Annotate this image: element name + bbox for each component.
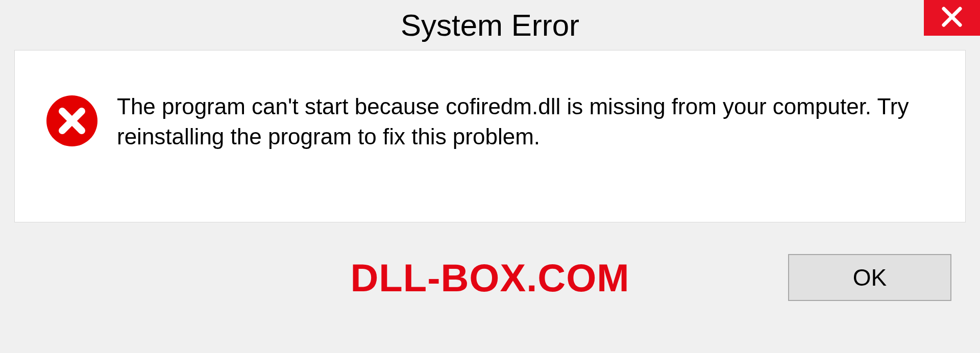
dialog-footer: DLL-BOX.COM OK	[14, 222, 966, 333]
titlebar: System Error	[0, 0, 980, 50]
error-message: The program can't start because cofiredm…	[117, 91, 934, 152]
ok-button-label: OK	[853, 264, 887, 291]
ok-button[interactable]: OK	[788, 254, 951, 301]
close-button[interactable]	[924, 0, 980, 36]
watermark-text: DLL-BOX.COM	[350, 256, 629, 300]
dialog-title: System Error	[401, 8, 579, 43]
close-icon	[941, 6, 963, 30]
dialog-content: The program can't start because cofiredm…	[14, 50, 966, 222]
error-icon	[45, 94, 99, 147]
